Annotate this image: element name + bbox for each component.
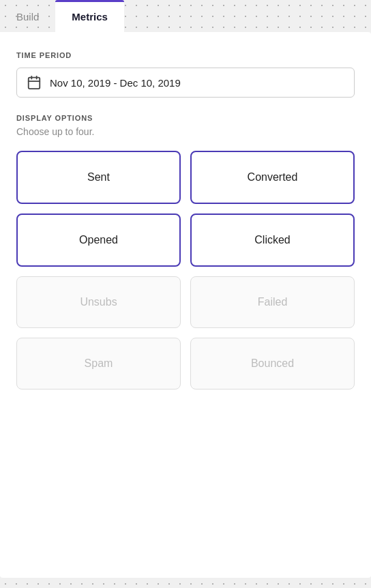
- date-input[interactable]: Nov 10, 2019 - Dec 10, 2019: [16, 68, 355, 98]
- choose-subtitle: Choose up to four.: [16, 126, 355, 137]
- tab-metrics[interactable]: Metrics: [55, 0, 124, 32]
- calendar-icon: [27, 75, 42, 90]
- option-unsubs[interactable]: Unsubs: [16, 276, 181, 328]
- option-spam[interactable]: Spam: [16, 338, 181, 389]
- date-value: Nov 10, 2019 - Dec 10, 2019: [50, 77, 181, 89]
- tab-build[interactable]: Build: [0, 0, 55, 32]
- option-sent[interactable]: Sent: [16, 151, 181, 204]
- option-clicked[interactable]: Clicked: [190, 214, 355, 267]
- option-opened[interactable]: Opened: [16, 214, 181, 267]
- app-container: Build Metrics TIME PERIOD Nov 10, 2019 -…: [0, 0, 371, 588]
- time-period-label: TIME PERIOD: [16, 51, 355, 59]
- svg-rect-0: [29, 78, 40, 89]
- options-grid: Sent Converted Opened Clicked Unsubs Fai…: [16, 151, 355, 389]
- option-bounced[interactable]: Bounced: [190, 338, 355, 389]
- tabs-bar: Build Metrics: [0, 0, 371, 32]
- option-failed[interactable]: Failed: [190, 276, 355, 328]
- display-options-label: DISPLAY OPTIONS: [16, 114, 355, 122]
- main-panel: TIME PERIOD Nov 10, 2019 - Dec 10, 2019 …: [0, 32, 371, 578]
- option-converted[interactable]: Converted: [190, 151, 355, 204]
